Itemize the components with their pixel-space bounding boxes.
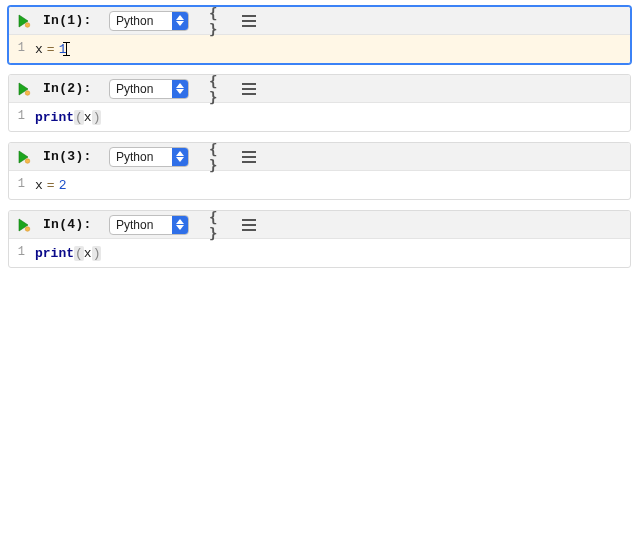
svg-marker-2: [176, 15, 184, 20]
svg-marker-17: [176, 157, 184, 162]
svg-rect-6: [242, 25, 256, 27]
braces-button[interactable]: { }: [209, 148, 229, 166]
code-area[interactable]: 1x=2: [9, 171, 630, 199]
token-argument: x: [84, 246, 92, 261]
token-function: print: [35, 246, 74, 261]
language-select[interactable]: Python: [109, 79, 189, 99]
cell-toolbar: In(2):Python{ }: [9, 75, 630, 103]
line-number-gutter: 1: [9, 103, 31, 131]
svg-marker-16: [176, 151, 184, 156]
code-area[interactable]: 1print(x): [9, 239, 630, 267]
token-variable: x: [35, 178, 43, 193]
svg-rect-25: [242, 219, 256, 221]
code-content[interactable]: x=2: [31, 171, 70, 199]
cell: In(3):Python{ }1x=2: [8, 142, 631, 200]
in-prompt-label: In(3):: [43, 149, 99, 164]
svg-rect-26: [242, 224, 256, 226]
svg-rect-20: [242, 161, 256, 163]
text-cursor: [66, 42, 67, 56]
svg-point-8: [25, 90, 30, 95]
cell: In(2):Python{ }1print(x): [8, 74, 631, 132]
cell-toolbar: In(1):Python{ }: [9, 7, 630, 35]
run-icon[interactable]: [15, 80, 33, 98]
cell: In(1):Python{ }1x=1: [8, 6, 631, 64]
svg-point-15: [25, 158, 30, 163]
svg-marker-10: [176, 89, 184, 94]
run-icon[interactable]: [15, 12, 33, 30]
menu-icon[interactable]: [239, 80, 259, 98]
language-select[interactable]: Python: [109, 215, 189, 235]
token-paren-open: (: [74, 246, 84, 261]
svg-rect-19: [242, 156, 256, 158]
token-paren-close: ): [92, 246, 102, 261]
stepper-arrows-icon: [172, 80, 188, 98]
run-icon[interactable]: [15, 216, 33, 234]
braces-button[interactable]: { }: [209, 216, 229, 234]
svg-rect-5: [242, 20, 256, 22]
token-argument: x: [84, 110, 92, 125]
token-number: 2: [59, 178, 67, 193]
language-select[interactable]: Python: [109, 11, 189, 31]
token-operator: =: [43, 178, 59, 193]
token-operator: =: [43, 42, 59, 57]
svg-rect-27: [242, 229, 256, 231]
code-content[interactable]: print(x): [31, 239, 105, 267]
line-number-gutter: 1: [9, 35, 31, 63]
svg-marker-9: [176, 83, 184, 88]
stepper-arrows-icon: [172, 216, 188, 234]
braces-button[interactable]: { }: [209, 80, 229, 98]
code-area[interactable]: 1print(x): [9, 103, 630, 131]
svg-rect-11: [242, 83, 256, 85]
svg-rect-12: [242, 88, 256, 90]
in-prompt-label: In(2):: [43, 81, 99, 96]
cell-toolbar: In(3):Python{ }: [9, 143, 630, 171]
run-icon[interactable]: [15, 148, 33, 166]
menu-icon[interactable]: [239, 148, 259, 166]
cell-toolbar: In(4):Python{ }: [9, 211, 630, 239]
line-number-gutter: 1: [9, 239, 31, 267]
language-select-value: Python: [116, 150, 153, 164]
svg-point-1: [25, 22, 30, 27]
menu-icon[interactable]: [239, 12, 259, 30]
language-select-value: Python: [116, 14, 153, 28]
stepper-arrows-icon: [172, 148, 188, 166]
stepper-arrows-icon: [172, 12, 188, 30]
svg-rect-4: [242, 15, 256, 17]
language-select[interactable]: Python: [109, 147, 189, 167]
svg-rect-18: [242, 151, 256, 153]
token-paren-close: ): [92, 110, 102, 125]
svg-marker-23: [176, 219, 184, 224]
token-function: print: [35, 110, 74, 125]
svg-marker-24: [176, 225, 184, 230]
code-content[interactable]: print(x): [31, 103, 105, 131]
language-select-value: Python: [116, 218, 153, 232]
in-prompt-label: In(1):: [43, 13, 99, 28]
code-content[interactable]: x=1: [31, 35, 71, 63]
cell: In(4):Python{ }1print(x): [8, 210, 631, 268]
menu-icon[interactable]: [239, 216, 259, 234]
braces-button[interactable]: { }: [209, 12, 229, 30]
svg-marker-3: [176, 21, 184, 26]
language-select-value: Python: [116, 82, 153, 96]
line-number-gutter: 1: [9, 171, 31, 199]
token-variable: x: [35, 42, 43, 57]
in-prompt-label: In(4):: [43, 217, 99, 232]
token-paren-open: (: [74, 110, 84, 125]
code-area[interactable]: 1x=1: [9, 35, 630, 63]
svg-rect-13: [242, 93, 256, 95]
svg-point-22: [25, 226, 30, 231]
